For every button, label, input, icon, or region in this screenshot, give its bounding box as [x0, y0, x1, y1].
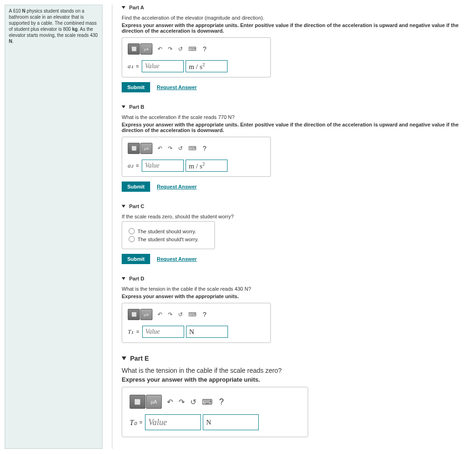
- part-e-prompt: What is the tension in the cable if the …: [122, 367, 471, 374]
- template-button[interactable]: ⬜: [128, 309, 140, 320]
- part-a-submit-button[interactable]: Submit: [122, 82, 150, 92]
- part-a-header[interactable]: Part A: [122, 5, 471, 10]
- part-e-var: T₀: [130, 418, 137, 427]
- part-d-value-input[interactable]: [142, 326, 184, 338]
- keyboard-icon[interactable]: ⌨: [187, 145, 197, 152]
- part-b-answer-box: ⬜ μA ↶ ↷ ↺ ⌨ ? a₂ = m / s2: [122, 137, 271, 177]
- part-a-var: a₁: [128, 63, 133, 70]
- caret-icon: [122, 277, 125, 280]
- part-d-title: Part D: [129, 276, 144, 281]
- part-b-toolbar: ⬜ μA ↶ ↷ ↺ ⌨ ?: [128, 142, 265, 155]
- part-b-value-input[interactable]: [142, 160, 184, 172]
- part-a-answer-box: ⬜ μA ↶ ↷ ↺ ⌨ ? a₁ = m / s2: [122, 37, 271, 77]
- part-e-unit-input[interactable]: N: [203, 414, 259, 430]
- part-e: Part E What is the tension in the cable …: [122, 355, 471, 437]
- symbols-button[interactable]: μA: [140, 143, 152, 154]
- symbols-button[interactable]: μA: [140, 309, 152, 320]
- caret-icon: [122, 105, 125, 108]
- reset-icon[interactable]: ↺: [177, 46, 184, 52]
- part-c-prompt: If the scale reads zero, should the stud…: [122, 214, 471, 219]
- help-icon[interactable]: ?: [217, 397, 226, 407]
- reset-icon[interactable]: ↺: [177, 145, 184, 152]
- help-icon[interactable]: ?: [201, 311, 208, 318]
- part-a: Part A Find the acceleration of the elev…: [122, 5, 471, 92]
- redo-icon[interactable]: ↷: [167, 145, 173, 152]
- part-c-radio-2[interactable]: [129, 236, 135, 242]
- template-button[interactable]: ⬜: [128, 43, 140, 55]
- part-d-var: T₁: [128, 328, 133, 335]
- symbols-button[interactable]: μA: [146, 395, 162, 409]
- problem-statement: A 610 N physics student stands on a bath…: [5, 5, 103, 449]
- part-c-submit-button[interactable]: Submit: [122, 254, 150, 264]
- undo-icon[interactable]: ↶: [157, 311, 163, 318]
- help-icon[interactable]: ?: [201, 145, 208, 152]
- part-c-option-1[interactable]: The student should worry.: [129, 228, 208, 234]
- part-d: Part D What is the tension in the cable …: [122, 276, 471, 343]
- part-c-title: Part C: [129, 203, 144, 209]
- part-d-toolbar: ⬜ μA ↶ ↷ ↺ ⌨ ?: [128, 308, 265, 321]
- part-a-title: Part A: [129, 5, 144, 10]
- part-b-instructions: Express your answer with the appropriate…: [122, 122, 471, 133]
- part-b-title: Part B: [129, 104, 144, 110]
- part-e-instructions: Express your answer with the appropriate…: [122, 376, 471, 383]
- part-e-answer-box: ⬜ μA ↶ ↷ ↺ ⌨ ? T₀ = N: [122, 387, 308, 437]
- caret-icon: [122, 356, 126, 360]
- part-a-unit-input[interactable]: m / s2: [186, 60, 228, 72]
- keyboard-icon[interactable]: ⌨: [201, 398, 214, 406]
- part-d-instructions: Express your answer with the appropriate…: [122, 293, 471, 299]
- part-b-request-answer[interactable]: Request Answer: [157, 184, 197, 189]
- part-e-header[interactable]: Part E: [122, 355, 471, 362]
- part-a-instructions: Express your answer with the appropriate…: [122, 22, 471, 34]
- part-b-submit-button[interactable]: Submit: [122, 182, 150, 192]
- undo-icon[interactable]: ↶: [157, 145, 163, 152]
- undo-icon[interactable]: ↶: [157, 46, 163, 52]
- symbols-button[interactable]: μA: [140, 43, 152, 55]
- redo-icon[interactable]: ↷: [178, 398, 186, 406]
- reset-icon[interactable]: ↺: [189, 398, 197, 406]
- part-d-prompt: What is the tension in the cable if the …: [122, 286, 471, 292]
- part-c-radio-1[interactable]: [129, 228, 135, 234]
- part-c: Part C If the scale reads zero, should t…: [122, 203, 471, 264]
- part-b-unit-input[interactable]: m / s2: [186, 160, 228, 172]
- part-c-request-answer[interactable]: Request Answer: [157, 256, 197, 262]
- part-a-value-input[interactable]: [142, 60, 184, 72]
- part-c-header[interactable]: Part C: [122, 203, 471, 209]
- part-d-answer-box: ⬜ μA ↶ ↷ ↺ ⌨ ? T₁ = N: [122, 303, 271, 343]
- part-a-toolbar: ⬜ μA ↶ ↷ ↺ ⌨ ?: [128, 42, 265, 56]
- help-icon[interactable]: ?: [201, 45, 208, 53]
- template-button[interactable]: ⬜: [128, 143, 140, 154]
- keyboard-icon[interactable]: ⌨: [187, 46, 197, 52]
- part-a-prompt: Find the acceleration of the elevator (m…: [122, 15, 471, 21]
- part-e-value-input[interactable]: [145, 414, 201, 430]
- part-c-option-2[interactable]: The student should't worry.: [129, 236, 208, 242]
- caret-icon: [122, 205, 125, 208]
- reset-icon[interactable]: ↺: [177, 311, 184, 318]
- part-d-header[interactable]: Part D: [122, 276, 471, 281]
- part-b-prompt: What is the acceleration if the scale re…: [122, 114, 471, 120]
- caret-icon: [122, 6, 125, 9]
- part-b-var: a₂: [128, 162, 133, 169]
- part-a-request-answer[interactable]: Request Answer: [157, 84, 197, 90]
- part-c-options: The student should worry. The student sh…: [122, 221, 215, 249]
- template-button[interactable]: ⬜: [130, 395, 145, 409]
- undo-icon[interactable]: ↶: [166, 398, 174, 406]
- redo-icon[interactable]: ↷: [167, 311, 173, 318]
- part-b-header[interactable]: Part B: [122, 104, 471, 110]
- part-e-toolbar: ⬜ μA ↶ ↷ ↺ ⌨ ?: [130, 394, 300, 410]
- part-d-unit-input[interactable]: N: [186, 326, 228, 338]
- keyboard-icon[interactable]: ⌨: [187, 311, 197, 318]
- part-b: Part B What is the acceleration if the s…: [122, 104, 471, 192]
- part-e-title: Part E: [130, 355, 149, 362]
- redo-icon[interactable]: ↷: [167, 46, 173, 52]
